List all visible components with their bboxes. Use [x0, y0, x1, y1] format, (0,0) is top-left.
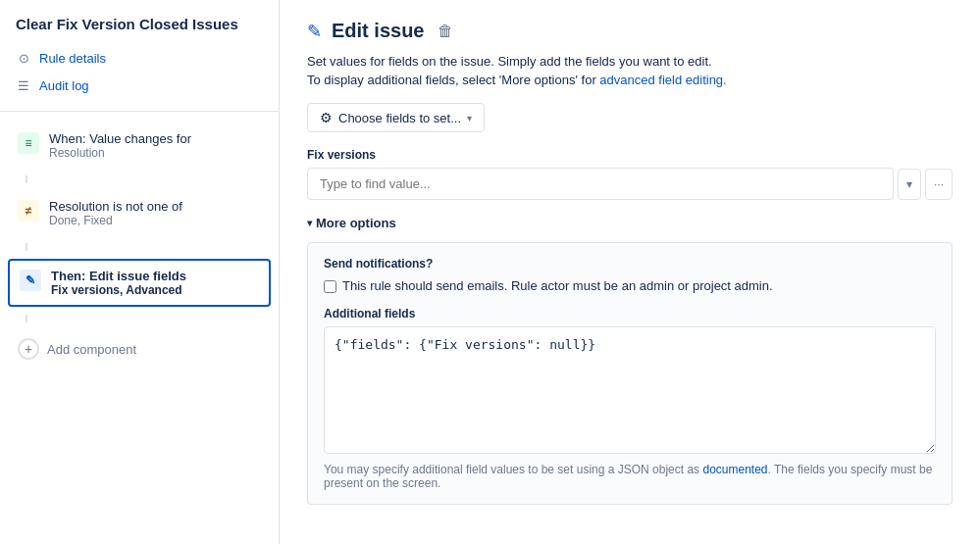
workflow-item-condition[interactable]: ≠ Resolution is not one of Done, Fixed [8, 191, 271, 235]
workflow-item-when[interactable]: ≡ When: Value changes for Resolution [8, 124, 271, 168]
send-notifications-label: Send notifications? [324, 257, 936, 271]
fix-versions-dropdown-button[interactable]: ▾ [898, 169, 921, 200]
then-subtitle: Fix versions, Advanced [51, 283, 186, 297]
documented-link[interactable]: documented [702, 463, 767, 476]
description-2-prefix: To display additional fields, select 'Mo… [307, 73, 599, 87]
send-notifications-checkbox-row: This rule should send emails. Rule actor… [324, 278, 936, 293]
additional-fields-label: Additional fields [324, 307, 936, 321]
more-options-label: More options [316, 216, 396, 230]
then-icon: ✎ [20, 270, 41, 291]
then-content: Then: Edit issue fields Fix versions, Ad… [51, 269, 186, 297]
send-notifications-checkbox[interactable] [324, 280, 336, 293]
main-title: Edit issue [332, 20, 424, 42]
sidebar-nav-label-rule-details: Rule details [39, 51, 106, 66]
edit-issue-header-icon: ✎ [307, 21, 322, 42]
choose-fields-button[interactable]: ⚙ Choose fields to set... ▾ [307, 103, 485, 132]
more-options-toggle[interactable]: ▾ More options [307, 216, 953, 230]
fix-versions-label: Fix versions [307, 148, 953, 162]
condition-content: Resolution is not one of Done, Fixed [49, 199, 182, 227]
footer-note-prefix: You may specify additional field values … [324, 463, 702, 476]
sidebar: Clear Fix Version Closed Issues ⊙ Rule d… [0, 0, 280, 544]
more-options-section: Send notifications? This rule should sen… [307, 242, 953, 505]
condition-icon: ≠ [18, 200, 39, 222]
then-title: Then: Edit issue fields [51, 269, 186, 283]
add-circle-icon: + [18, 338, 39, 360]
when-icon: ≡ [18, 132, 39, 154]
add-component-button[interactable]: + Add component [8, 330, 271, 368]
workflow-section: ≡ When: Value changes for Resolution ≠ R… [0, 112, 279, 379]
when-subtitle: Resolution [49, 146, 191, 160]
audit-log-icon: ☰ [16, 77, 31, 93]
description-1: Set values for fields on the issue. Simp… [307, 54, 953, 69]
choose-fields-chevron-icon: ▾ [467, 113, 472, 124]
choose-fields-label: Choose fields to set... [338, 111, 461, 125]
send-notifications-text: This rule should send emails. Rule actor… [342, 278, 773, 293]
footer-note: You may specify additional field values … [324, 463, 936, 490]
fix-versions-row: ▾ ··· [307, 168, 953, 200]
description-2: To display additional fields, select 'Mo… [307, 73, 953, 87]
additional-fields-textarea[interactable]: {"fields": {"Fix versions": null}} [324, 326, 936, 454]
connector-1 [26, 175, 27, 183]
sidebar-nav: ⊙ Rule details ☰ Audit log [0, 44, 279, 112]
gear-icon: ⚙ [320, 110, 333, 125]
sidebar-item-rule-details[interactable]: ⊙ Rule details [8, 44, 271, 72]
connector-2 [26, 243, 27, 251]
sidebar-item-audit-log[interactable]: ☰ Audit log [8, 72, 271, 99]
advanced-field-editing-link[interactable]: advanced field editing. [599, 73, 726, 87]
sidebar-nav-label-audit-log: Audit log [39, 78, 89, 93]
more-options-chevron-icon: ▾ [307, 218, 312, 228]
main-header: ✎ Edit issue 🗑 [307, 20, 953, 42]
main-content: ✎ Edit issue 🗑 Set values for fields on … [280, 0, 980, 544]
when-content: When: Value changes for Resolution [49, 131, 191, 160]
fix-versions-more-button[interactable]: ··· [925, 169, 953, 200]
connector-3 [26, 315, 27, 322]
condition-subtitle: Done, Fixed [49, 214, 182, 227]
condition-title: Resolution is not one of [49, 199, 182, 214]
workflow-item-then[interactable]: ✎ Then: Edit issue fields Fix versions, … [8, 259, 271, 307]
rule-details-icon: ⊙ [16, 50, 31, 66]
sidebar-title: Clear Fix Version Closed Issues [0, 16, 279, 44]
fix-versions-input[interactable] [307, 168, 894, 200]
when-title: When: Value changes for [49, 131, 191, 146]
add-component-label: Add component [47, 342, 136, 357]
delete-button[interactable]: 🗑 [438, 23, 453, 40]
